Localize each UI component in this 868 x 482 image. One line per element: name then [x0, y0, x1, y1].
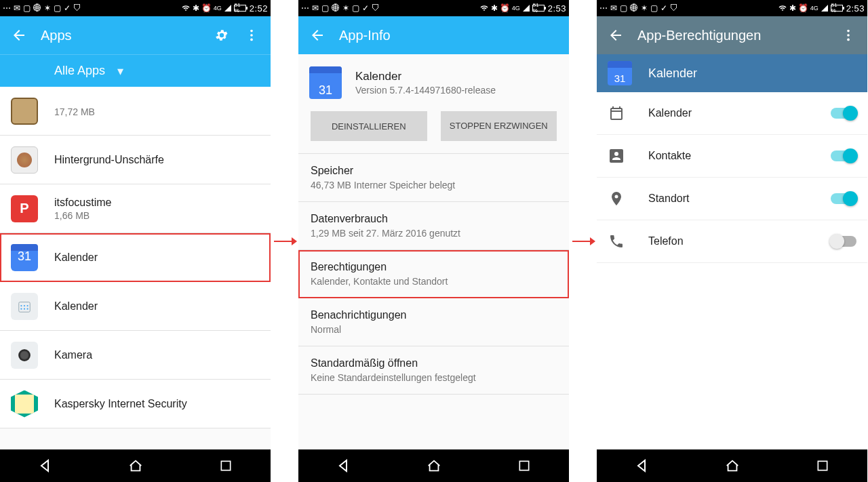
gear-icon: [214, 28, 229, 43]
status-time: 2:53: [845, 3, 865, 14]
check-icon: ✓: [362, 3, 369, 13]
status-time: 2:53: [547, 3, 566, 14]
app-name-label: Kamera: [54, 349, 92, 361]
bluetooth-icon: ✱: [789, 3, 796, 13]
app-name-label: Kaspersky Internet Security: [54, 398, 187, 410]
app-list-item[interactable]: Kalender: [0, 282, 271, 331]
screen-app-info: ⋯ ✉ ▢ 🌐︎ ✶ ▢ ✓ ⛉ ✱ ⏰ 4G 51 % 2:53 App-In…: [298, 0, 569, 482]
nav-recents-button[interactable]: [504, 449, 545, 482]
svg-rect-10: [221, 461, 230, 470]
app-info-item[interactable]: Datenverbrauch1,29 MB seit 27. März 2016…: [298, 202, 569, 250]
flow-arrow-2: [569, 0, 597, 482]
back-button[interactable]: [602, 22, 629, 49]
nav-home-button[interactable]: [115, 449, 156, 482]
permission-switch[interactable]: [831, 236, 856, 247]
app-header: 31 Kalender Version 5.7.4-144971680-rele…: [298, 54, 569, 106]
cam-icon: [11, 342, 38, 369]
app-list-item[interactable]: Hintergrund-Unschärfe: [0, 136, 271, 184]
status-time: 2:52: [248, 3, 268, 14]
permission-switch[interactable]: [831, 150, 856, 161]
image-icon: ▢: [620, 3, 627, 13]
back-button[interactable]: [304, 22, 331, 49]
arrow-left-icon: [608, 27, 624, 43]
force-stop-button[interactable]: STOPPEN ERZWINGEN: [441, 111, 557, 141]
notif-icon: ⋯: [301, 3, 309, 13]
nav-home-button[interactable]: [712, 449, 753, 482]
app-info-item[interactable]: Speicher46,73 MB Interner Speicher beleg…: [298, 154, 569, 202]
app-list-item[interactable]: Kaspersky Internet Security: [0, 380, 271, 428]
action-bar: App-Info: [298, 16, 569, 54]
apps-filter-spinner[interactable]: Alle Apps ▾: [0, 54, 271, 87]
leaf-icon: ✶: [44, 3, 51, 13]
more-vert-icon: [841, 28, 856, 43]
nav-recents-button[interactable]: [802, 449, 843, 482]
settings-button[interactable]: [208, 22, 235, 49]
round-icon: [11, 146, 38, 174]
apps-list[interactable]: 17,72 MBHintergrund-UnschärfePitsfocusti…: [0, 87, 271, 449]
mail-icon: ✉: [610, 3, 617, 13]
svg-point-16: [847, 39, 850, 41]
svg-rect-17: [818, 461, 827, 470]
network-icon: 4G: [810, 5, 818, 12]
nav-back-button[interactable]: [25, 449, 66, 482]
info-title: Standardmäßig öffnen: [311, 357, 557, 369]
status-bar: ⋯ ✉ ▢ 🌐︎ ✶ ▢ ✓ ⛉ ✱ ⏰ 4G 51 % 2:53: [597, 0, 867, 16]
signal-icon: [522, 4, 530, 12]
image-icon: ▢: [23, 3, 31, 13]
status-bar: ⋯ ✉ ▢ 🌐︎ ✶ ▢ ✓ ⛉ ✱ ⏰ 4G 51 % 2:53: [298, 0, 569, 16]
back-button[interactable]: [5, 22, 33, 49]
app-name: Kalender: [355, 70, 496, 83]
permission-label: Kalender: [648, 107, 831, 119]
phone-icon: [608, 233, 625, 250]
app-info-item[interactable]: BerechtigungenKalender, Kontakte und Sta…: [298, 250, 569, 298]
dropdown-icon: ▾: [117, 64, 123, 79]
system-nav-bar: [298, 449, 569, 482]
permission-row[interactable]: Kontakte: [597, 135, 867, 178]
overflow-button[interactable]: [835, 22, 862, 49]
kasp-icon: [11, 390, 38, 418]
svg-point-7: [20, 308, 22, 309]
svg-rect-12: [519, 461, 528, 470]
app-list-item[interactable]: 31Kalender: [0, 233, 271, 282]
app-info-item[interactable]: BenachrichtigungenNormal: [298, 298, 569, 346]
network-icon: 4G: [512, 5, 520, 12]
permission-row[interactable]: Telefon: [597, 220, 867, 263]
info-title: Speicher: [311, 165, 557, 177]
svg-point-8: [24, 308, 25, 309]
app-list-item[interactable]: Kamera: [0, 331, 271, 380]
nav-home-button[interactable]: [414, 449, 454, 482]
image-icon: ▢: [54, 3, 61, 13]
info-title: Berechtigungen: [311, 261, 557, 273]
cal-icon: 31: [11, 244, 38, 271]
nav-recents-button[interactable]: [205, 449, 246, 482]
calendar-app-icon: 31: [309, 66, 342, 99]
signal-icon: [224, 4, 232, 12]
permission-switch[interactable]: [831, 108, 856, 119]
info-subtitle: 46,73 MB Interner Speicher belegt: [311, 180, 557, 190]
app-list-item[interactable]: 17,72 MB: [0, 87, 271, 136]
alarm-icon: ⏰: [500, 3, 510, 13]
arrow-left-icon: [11, 27, 27, 43]
network-icon: 4G: [214, 5, 222, 12]
globe-icon: 🌐︎: [33, 3, 41, 13]
flow-arrow-1: [271, 0, 298, 482]
app-name: Kalender: [648, 66, 697, 81]
home-icon: [128, 458, 143, 473]
system-nav-bar: [597, 449, 867, 482]
nav-back-button[interactable]: [323, 449, 364, 482]
svg-point-2: [250, 39, 253, 41]
app-list-item[interactable]: Pitsfocustime1,66 MB: [0, 184, 271, 233]
permission-row[interactable]: Standort: [597, 178, 867, 220]
wifi-icon: [778, 4, 787, 12]
permission-switch[interactable]: [831, 193, 856, 204]
screen-apps: ⋯ ✉ ▢ 🌐︎ ✶ ▢ ✓ ⛉ ✱ ⏰ 4G 51 % 2:52 Apps: [0, 0, 271, 482]
uninstall-button[interactable]: DEINSTALLIEREN: [311, 111, 427, 141]
battery-icon: 51 %: [831, 5, 843, 12]
location-icon: [608, 190, 625, 207]
permission-row[interactable]: Kalender: [597, 92, 867, 135]
page-title: App-Info: [331, 28, 564, 43]
overflow-button[interactable]: [238, 22, 265, 49]
app-info-item[interactable]: Standardmäßig öffnenKeine Standardeinste…: [298, 346, 569, 395]
svg-rect-3: [19, 302, 31, 312]
nav-back-button[interactable]: [622, 449, 663, 482]
